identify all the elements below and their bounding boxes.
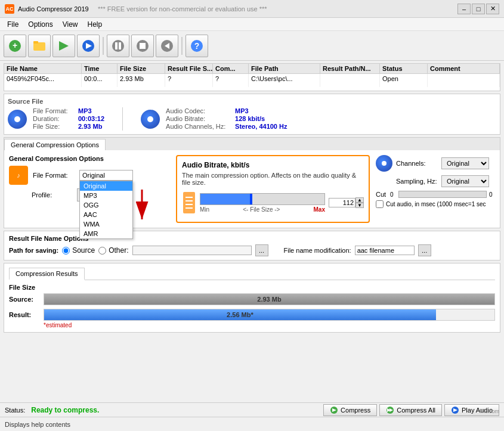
menu-help[interactable]: Help [83, 19, 107, 30]
result-options-row: Path for saving: Source Other: ... File … [9, 244, 495, 256]
bitrate-title: Audio Bitrate, kbit/s [182, 161, 364, 169]
other-radio-label: Other: [109, 246, 128, 255]
format-select-wrapper: Original Original MP3 OGG AAC WMA AMR [79, 170, 133, 181]
minimize-button[interactable]: – [457, 4, 471, 14]
path-for-saving-label: Path for saving: [9, 247, 58, 254]
filelist-spacer [4, 87, 500, 91]
channels-value: Stereo, 44100 Hz [235, 123, 287, 130]
svg-rect-20 [185, 200, 193, 201]
result-bar-fill: 2.56 Mb* [44, 309, 436, 320]
statusbar: Status: Ready to compress. Compress Comp… [0, 402, 504, 417]
bitrate-value: 128 kbit/s [235, 115, 265, 122]
bitrate-slider-container[interactable] [200, 193, 325, 205]
format-icon-svg: ♪ [13, 169, 24, 181]
play-button[interactable] [77, 35, 100, 57]
titlebar: AC Audio Compressor 2019 *** FREE versio… [0, 0, 504, 18]
menu-file[interactable]: File [2, 19, 23, 30]
stop-button[interactable] [131, 35, 154, 57]
tab-general-compression[interactable]: General Compression Options [4, 139, 106, 150]
app-icon: AC [5, 4, 14, 14]
open-folder-button[interactable] [28, 35, 51, 57]
back-icon [160, 39, 174, 53]
results-inner: File Size Source: 2.93 Mb Result: 2.56 M… [9, 280, 495, 328]
filelist-header: File Name Time File Size Result File S..… [4, 64, 500, 74]
bitrate-min-label: Min [200, 206, 209, 213]
add-file-button[interactable]: + [4, 35, 26, 57]
help-button[interactable]: ? [185, 35, 208, 57]
bitrate-spin-up[interactable]: ▲ [355, 197, 364, 203]
pause-icon [111, 39, 125, 53]
cell-filename: 0459%2F045c... [4, 74, 82, 87]
cell-filepath: C:\Users\pc\... [249, 74, 320, 87]
filesize-section-title: File Size [9, 284, 495, 291]
col-header-result-path: Result Path/N... [320, 64, 380, 73]
svg-point-7 [112, 40, 124, 52]
cut-audio-checkbox[interactable] [376, 200, 384, 208]
result-bar-container: 2.56 Mb* [44, 309, 495, 321]
cut-section: Cut 0 0 Cut audio, in msec (1000 msec=1 … [376, 191, 495, 208]
filename-browse-button[interactable]: ... [418, 244, 431, 256]
source-bar-label: Source: [9, 296, 39, 303]
close-button[interactable]: ✕ [486, 4, 499, 14]
source-radio[interactable] [62, 247, 70, 255]
menu-options[interactable]: Options [23, 19, 57, 30]
bitrate-input[interactable]: 112 [329, 198, 355, 207]
table-row[interactable]: 0459%2F045c... 00:0... 2.93 Mb ? ? C:\Us… [4, 74, 500, 87]
other-path-input[interactable] [132, 246, 252, 255]
app-icon-text: AC [6, 6, 14, 12]
source-radio-group: Source [62, 246, 95, 255]
source-audio-icon [141, 110, 160, 129]
pause-button[interactable] [107, 35, 129, 57]
compression-left: General Compression Options ♪ File Forma… [9, 155, 170, 223]
col-header-filename: File Name [4, 64, 82, 73]
bitrate-spin-down[interactable]: ▼ [355, 203, 364, 208]
format-dropdown[interactable]: Original MP3 OGG AAC WMA AMR [79, 181, 133, 239]
source-filesize-row: File Size: 2.93 Mb [33, 123, 104, 130]
dropdown-option-aac[interactable]: AAC [80, 210, 132, 219]
sampling-select[interactable]: Original [441, 175, 489, 187]
add-file-icon: + [8, 39, 22, 53]
col-header-filepath: File Path [249, 64, 320, 73]
dropdown-option-amr[interactable]: AMR [80, 229, 132, 238]
dropdown-option-ogg[interactable]: OGG [80, 200, 132, 210]
results-tab[interactable]: Compression Results [9, 268, 85, 280]
svg-rect-18 [183, 192, 195, 213]
format-row: ♪ File Format: Original Original MP3 OGG… [9, 166, 170, 185]
other-radio[interactable] [98, 247, 106, 255]
browse-button[interactable]: ... [255, 244, 268, 256]
compress-start-button[interactable] [52, 35, 75, 57]
svg-text:♪: ♪ [17, 172, 20, 179]
status-value: Ready to compress. [31, 406, 99, 414]
channels-select[interactable]: Original [441, 157, 489, 169]
svg-text:?: ? [194, 41, 200, 51]
format-select[interactable]: Original [79, 170, 133, 181]
back-button[interactable] [156, 35, 178, 57]
source-file-title: Source File [8, 98, 496, 105]
source-divider [122, 107, 123, 131]
dropdown-option-wma[interactable]: WMA [80, 219, 132, 229]
svg-marker-4 [59, 41, 69, 51]
svg-rect-2 [33, 42, 45, 51]
result-bar-row: Result: 2.56 Mb* [9, 309, 495, 321]
cell-comment [428, 74, 500, 87]
filename-mod-input[interactable]: aac filename [355, 246, 415, 255]
cell-status: Open [380, 74, 428, 87]
codec-label: Audio Codec: [166, 107, 231, 114]
bitrate-max-label: Max [314, 206, 325, 213]
source-info: File Format: MP3 Duration: 00:03:12 File… [8, 107, 496, 131]
source-bar-value: 2.93 Mb [257, 296, 281, 303]
compress-all-button[interactable]: Compress All [379, 404, 442, 416]
source-left: File Format: MP3 Duration: 00:03:12 File… [8, 107, 104, 131]
cut-checkbox-row: Cut audio, in msec (1000 msec=1 sec [376, 200, 495, 208]
compress-button[interactable]: Compress [323, 404, 377, 416]
cut-slider[interactable] [398, 191, 487, 198]
dropdown-option-mp3[interactable]: MP3 [80, 191, 132, 200]
maximize-button[interactable]: □ [472, 4, 485, 14]
menu-view[interactable]: View [58, 19, 83, 30]
bitrate-spinner: ▲ ▼ [355, 197, 364, 208]
cut-audio-label: Cut audio, in msec (1000 msec=1 sec [386, 201, 486, 207]
svg-rect-8 [115, 42, 118, 49]
col-header-result-size: Result File S... [165, 64, 213, 73]
dropdown-option-original[interactable]: Original [80, 181, 132, 191]
compress-btn-label: Compress [341, 407, 370, 414]
